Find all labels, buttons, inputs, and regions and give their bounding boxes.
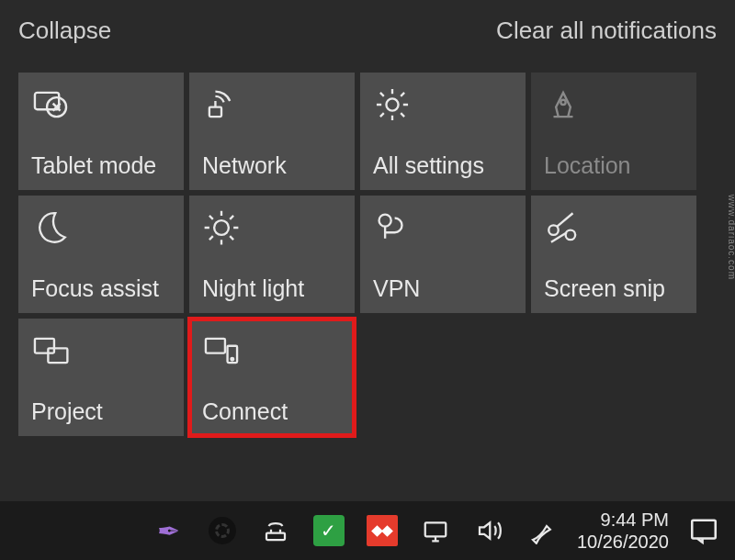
- svg-rect-9: [35, 339, 54, 353]
- vpn-icon: [373, 208, 513, 249]
- tray-monitor-icon[interactable]: [417, 512, 454, 549]
- network-icon: [202, 85, 342, 126]
- tile-all-settings[interactable]: All settings: [360, 73, 526, 190]
- tile-location[interactable]: Location: [531, 73, 696, 190]
- watermark: www.dariaoc.com: [727, 195, 736, 280]
- tile-label: Screen snip: [544, 275, 684, 302]
- tray-app-icon[interactable]: [204, 512, 241, 549]
- tray-ink-icon[interactable]: [524, 512, 560, 549]
- tile-label: Focus assist: [31, 275, 171, 302]
- tile-network[interactable]: Network: [189, 73, 355, 190]
- svg-rect-16: [692, 521, 716, 539]
- svg-rect-2: [209, 107, 221, 118]
- tile-label: All settings: [373, 152, 513, 179]
- tray-router-icon[interactable]: [257, 512, 294, 549]
- tile-focus-assist[interactable]: Focus assist: [18, 196, 184, 313]
- svg-rect-11: [206, 339, 225, 353]
- taskbar: ✒ ✓ 9:44 PM 10/26/2020: [0, 501, 735, 560]
- svg-rect-10: [48, 348, 67, 363]
- svg-point-13: [232, 358, 234, 361]
- snip-icon: [544, 208, 684, 249]
- tile-vpn[interactable]: VPN: [360, 196, 526, 313]
- tile-label: Night light: [202, 275, 342, 302]
- action-center-header: Collapse Clear all notifications: [18, 17, 717, 45]
- clock-time: 9:44 PM: [577, 509, 669, 531]
- quick-actions-grid: Tablet modeNetworkAll settingsLocationFo…: [18, 73, 717, 436]
- svg-point-4: [560, 100, 565, 105]
- tray-anydesk-icon[interactable]: [364, 512, 401, 549]
- settings-icon: [373, 85, 513, 126]
- svg-rect-14: [266, 533, 285, 541]
- tile-connect[interactable]: Connect: [189, 319, 355, 436]
- tile-label: Connect: [202, 398, 342, 425]
- tile-label: Location: [544, 152, 684, 179]
- moon-icon: [31, 208, 171, 249]
- sun-icon: [202, 208, 342, 249]
- collapse-button[interactable]: Collapse: [18, 17, 111, 45]
- tray-volume-icon[interactable]: [470, 512, 507, 549]
- project-icon: [31, 331, 171, 372]
- tile-night-light[interactable]: Night light: [189, 196, 355, 313]
- tile-screen-snip[interactable]: Screen snip: [531, 196, 696, 313]
- tile-label: Tablet mode: [31, 152, 171, 179]
- tablet-icon: [31, 85, 171, 126]
- svg-point-3: [386, 98, 398, 110]
- tile-label: Project: [31, 398, 171, 425]
- tile-label: VPN: [373, 275, 513, 302]
- action-center-panel: Collapse Clear all notifications Tablet …: [0, 0, 735, 436]
- clear-all-button[interactable]: Clear all notifications: [496, 17, 717, 45]
- svg-point-6: [379, 215, 391, 227]
- tile-project[interactable]: Project: [18, 319, 184, 436]
- clock-date: 10/26/2020: [577, 531, 669, 553]
- svg-rect-15: [425, 522, 447, 536]
- location-icon: [544, 85, 684, 126]
- connect-icon: [202, 331, 342, 372]
- tray-feather-icon[interactable]: ✒: [151, 512, 187, 549]
- svg-point-7: [548, 225, 559, 235]
- tile-label: Network: [202, 152, 342, 179]
- svg-point-8: [566, 230, 576, 241]
- tile-tablet-mode[interactable]: Tablet mode: [18, 73, 184, 190]
- svg-point-5: [214, 220, 229, 235]
- tray-antivirus-icon[interactable]: ✓: [311, 512, 347, 549]
- action-center-button[interactable]: [685, 512, 722, 549]
- taskbar-clock[interactable]: 9:44 PM 10/26/2020: [577, 509, 669, 553]
